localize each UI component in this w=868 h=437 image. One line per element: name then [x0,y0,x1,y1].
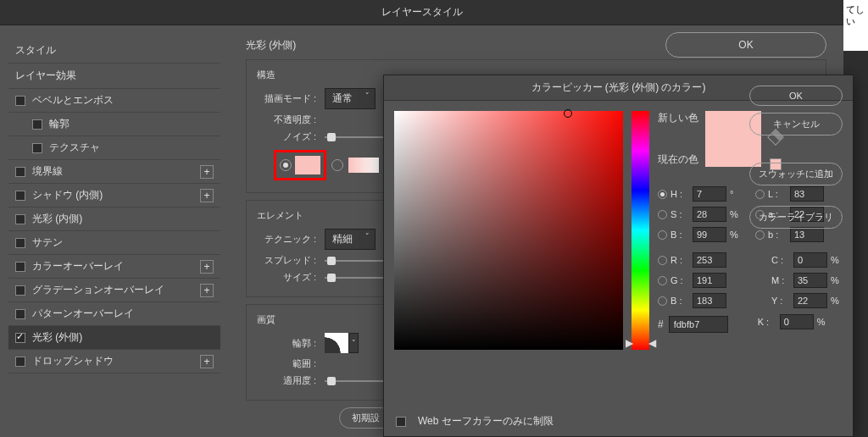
color-picker-dialog: カラーピッカー (光彩 (外側) のカラー) ▶◀ 新しい色 現在の色 [383,75,854,437]
sidebar-item-4[interactable]: シャドウ (内側)+ [8,184,220,207]
effect-checkbox[interactable] [15,214,25,224]
color-library-button[interactable]: カラーライブラリ [749,206,843,229]
sidebar-item-8[interactable]: グラデーションオーバーレイ+ [8,279,220,302]
effect-checkbox[interactable] [15,285,25,296]
r-radio[interactable] [658,256,667,265]
b-lab-label: b : [768,230,787,240]
sidebar-item-3[interactable]: 境界線+ [8,160,220,184]
sidebar-item-1[interactable]: 輪郭 [8,113,220,136]
s-radio[interactable] [658,210,667,219]
g-radio[interactable] [658,276,667,285]
effect-checkbox[interactable] [15,333,25,343]
technique-dropdown[interactable]: 精細 [325,229,376,250]
b-lab-radio[interactable] [755,230,765,240]
add-effect-button[interactable]: + [200,355,214,368]
add-swatch-button[interactable]: スウォッチに追加 [749,163,843,185]
k-input[interactable] [780,314,814,329]
y-label: Y : [771,296,790,306]
size-label: サイズ : [257,271,316,284]
y-input[interactable] [793,293,827,308]
sidebar-item-label: パターンオーバーレイ [32,307,134,321]
effect-checkbox[interactable] [15,191,25,201]
s-input[interactable] [693,207,726,222]
b-lab-input[interactable] [790,227,824,242]
gradient-radio[interactable] [331,159,343,171]
k-label: K : [758,317,776,327]
effect-checkbox[interactable] [15,262,25,272]
hue-slider[interactable]: ▶◀ [632,111,649,350]
sidebar-header-effects[interactable]: レイヤー効果 [8,63,220,89]
web-safe-checkbox[interactable] [396,417,406,427]
m-label: M : [771,275,790,285]
g-label: G : [670,275,689,285]
solid-color-radio[interactable] [280,159,292,171]
r-label: R : [670,255,689,265]
h-radio[interactable] [658,190,667,199]
effect-checkbox[interactable] [15,167,25,177]
add-effect-button[interactable]: + [200,189,214,202]
styles-sidebar: スタイル レイヤー効果 ベベルとエンボス輪郭テクスチャ境界線+シャドウ (内側)… [0,25,229,437]
g-input[interactable] [693,273,726,288]
add-effect-button[interactable]: + [200,165,214,179]
m-input[interactable] [793,273,827,288]
effect-checkbox[interactable] [32,143,42,153]
b-hsb-label: B : [670,230,689,240]
b-rgb-label: B : [670,296,689,306]
effect-checkbox[interactable] [15,96,25,106]
color-swatch-highlight [274,150,326,180]
contour-dropdown-arrow[interactable]: ˅ [348,333,359,353]
sidebar-item-label: ドロップシャドウ [32,354,114,368]
sidebar-item-label: 輪郭 [49,117,70,131]
effect-checkbox[interactable] [15,357,25,367]
add-effect-button[interactable]: + [200,284,214,297]
ok-button[interactable]: OK [665,32,826,58]
sidebar-item-9[interactable]: パターンオーバーレイ [8,302,220,326]
contour-picker[interactable] [325,333,348,353]
b-rgb-radio[interactable] [658,296,667,306]
s-label: S : [670,209,689,219]
sidebar-item-10[interactable]: 光彩 (外側) [8,326,220,350]
sidebar-item-label: ベベルとエンボス [32,93,114,108]
sidebar-item-label: グラデーションオーバーレイ [32,283,164,297]
effect-checkbox[interactable] [15,309,25,319]
background-text: てし い [843,0,868,51]
effect-checkbox[interactable] [15,238,25,248]
hash-label: # [658,318,664,330]
gradient-swatch[interactable] [348,158,379,173]
sidebar-item-label: テクスチャ [49,141,100,155]
blend-mode-dropdown[interactable]: 通常 [325,88,376,109]
glow-color-swatch[interactable] [295,156,320,174]
picker-cancel-button[interactable]: キャンセル [749,113,843,136]
add-effect-button[interactable]: + [200,260,214,274]
deg-unit: ° [730,189,742,199]
new-color-label: 新しい色 [658,111,698,125]
range-label: 範囲 : [257,357,316,370]
sidebar-item-6[interactable]: サテン [8,231,220,255]
b-rgb-input[interactable] [693,293,726,308]
sidebar-item-label: 境界線 [32,164,63,179]
b-hsb-radio[interactable] [658,230,667,240]
spread-label: スプレッド : [257,254,316,267]
technique-label: テクニック : [257,233,316,246]
h-input[interactable] [693,186,726,202]
sidebar-item-label: 光彩 (外側) [32,330,82,345]
picker-ok-button[interactable]: OK [749,86,843,106]
sidebar-item-0[interactable]: ベベルとエンボス [8,89,220,113]
sidebar-item-5[interactable]: 光彩 (内側) [8,207,220,231]
c-input[interactable] [793,252,827,268]
jitter-label: 適用度 : [257,374,316,387]
noise-label: ノイズ : [257,130,316,143]
web-safe-label: Web セーフカラーのみに制限 [418,414,554,429]
sidebar-item-2[interactable]: テクスチャ [8,136,220,160]
hex-input[interactable] [669,316,728,333]
saturation-value-field[interactable] [394,111,623,350]
sidebar-item-label: シャドウ (内側) [32,188,103,202]
effect-checkbox[interactable] [32,119,42,130]
sidebar-item-11[interactable]: ドロップシャドウ+ [8,350,220,373]
dialog-title: レイヤースタイル [381,5,463,19]
h-label: H : [670,189,689,199]
sv-cursor[interactable] [564,109,572,118]
r-input[interactable] [693,252,726,268]
b-hsb-input[interactable] [693,227,726,242]
sidebar-item-7[interactable]: カラーオーバーレイ+ [8,255,220,279]
